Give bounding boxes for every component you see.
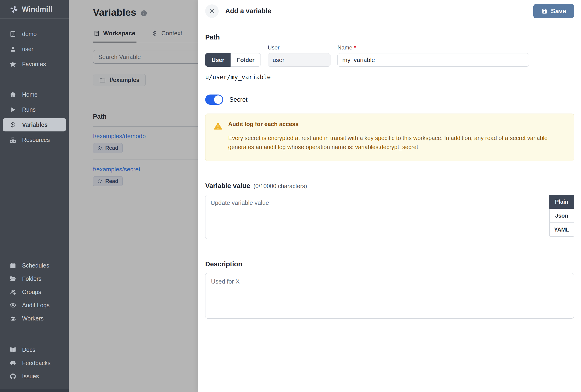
sidebar-item-variables[interactable]: Variables (3, 118, 66, 131)
user-field: User (268, 44, 330, 67)
logo[interactable]: Windmill (0, 0, 69, 18)
sidebar-item-label: Issues (22, 373, 39, 380)
windmill-app: Windmill demo user Favorites (0, 0, 581, 392)
full-path-preview: u/user/my_variable (205, 74, 574, 81)
sidebar-admin-group: Schedules Folders Groups Audit Logs (0, 259, 69, 325)
close-button[interactable]: ✕ (205, 4, 219, 18)
sidebar-item-resources[interactable]: Resources (0, 132, 69, 147)
toggle-knob (214, 95, 222, 104)
eye-icon (9, 302, 16, 309)
person-icon (9, 45, 16, 53)
user-input[interactable] (268, 53, 330, 67)
sidebar-workspace-group: demo user Favorites (0, 26, 69, 72)
windmill-logo-icon (9, 5, 18, 14)
sidebar-item-favorites[interactable]: Favorites (0, 57, 69, 72)
sidebar-nav-group: Home Runs Variables Resources (0, 87, 69, 147)
github-icon (9, 373, 16, 380)
sidebar-item-label: user (22, 46, 34, 52)
sidebar-item-label: Audit Logs (22, 302, 50, 309)
path-fields-row: User Folder User Name * (205, 44, 574, 67)
drawer-backdrop[interactable] (69, 0, 198, 392)
sidebar-item-label: Runs (22, 106, 36, 113)
sidebar-meta-group: Docs Feedbacks Issues (0, 343, 69, 383)
sidebar-item-workers[interactable]: Workers (0, 312, 69, 325)
folder-open-icon (9, 275, 16, 282)
sidebar-item-home[interactable]: Home (0, 87, 69, 102)
sidebar-item-label: Resources (22, 137, 50, 143)
name-label-text: Name (338, 44, 352, 51)
sidebar-item-issues[interactable]: Issues (0, 370, 69, 383)
sidebar-item-label: Groups (22, 289, 41, 295)
add-variable-drawer: ✕ Add a variable Save Path User Folder U… (198, 0, 581, 392)
secret-toggle[interactable] (205, 94, 223, 105)
warning-body: Every secret is encrypted at rest and in… (228, 133, 566, 152)
description-textarea[interactable] (205, 273, 574, 319)
drawer-title: Add a variable (225, 7, 271, 15)
sidebar-item-user[interactable]: user (0, 41, 69, 57)
warning-content: Audit log for each access Every secret i… (228, 121, 566, 152)
calendar-icon (9, 262, 16, 269)
sidebar: Windmill demo user Favorites (0, 0, 69, 392)
save-icon (541, 8, 548, 14)
sidebar-item-audit-logs[interactable]: Audit Logs (0, 299, 69, 312)
sidebar-item-label: Favorites (22, 61, 46, 67)
character-counter: (0/10000 characters) (253, 183, 307, 189)
variable-value-heading: Variable value (205, 182, 250, 190)
sidebar-item-schedules[interactable]: Schedules (0, 259, 69, 272)
dollar-icon (9, 121, 16, 128)
user-field-label: User (268, 44, 330, 51)
sidebar-item-folders[interactable]: Folders (0, 272, 69, 285)
name-field: Name * (338, 44, 529, 67)
owner-type-toggle: User Folder (205, 53, 261, 67)
sidebar-item-demo[interactable]: demo (0, 26, 69, 41)
sidebar-item-feedbacks[interactable]: Feedbacks (0, 357, 69, 370)
owner-user-button[interactable]: User (205, 53, 230, 67)
book-icon (9, 346, 16, 354)
sidebar-item-label: Variables (22, 121, 48, 128)
path-section-heading: Path (205, 33, 574, 41)
building-icon (9, 30, 16, 38)
secret-row: Secret (205, 94, 574, 105)
name-field-label: Name * (338, 44, 529, 51)
play-icon (9, 106, 16, 113)
home-icon (9, 91, 16, 98)
variable-value-textarea[interactable] (205, 195, 550, 239)
groups-icon (9, 288, 16, 296)
save-button[interactable]: Save (533, 4, 574, 18)
sidebar-item-label: Home (22, 91, 38, 98)
name-input[interactable] (338, 53, 529, 67)
sidebar-item-label: Docs (22, 347, 35, 353)
cubes-icon (9, 136, 16, 143)
format-json-button[interactable]: Json (550, 209, 574, 223)
discord-icon (9, 360, 16, 367)
sidebar-item-label: Feedbacks (22, 360, 50, 367)
drawer-header: ✕ Add a variable Save (198, 0, 581, 22)
secret-toggle-label: Secret (230, 96, 248, 103)
format-plain-button[interactable]: Plain (550, 195, 574, 209)
owner-folder-button[interactable]: Folder (230, 53, 261, 67)
save-button-label: Save (551, 7, 566, 15)
sidebar-item-label: Workers (22, 315, 44, 322)
audit-warning-box: Audit log for each access Every secret i… (205, 114, 574, 161)
required-asterisk: * (354, 44, 356, 51)
format-tabs: Plain Json YAML (550, 195, 574, 237)
sidebar-bottom-strip (0, 389, 69, 392)
warning-title: Audit log for each access (228, 121, 566, 127)
robot-icon (9, 315, 16, 322)
variable-value-heading-row: Variable value (0/10000 characters) (205, 182, 574, 190)
star-icon (9, 61, 16, 68)
sidebar-item-label: Folders (22, 275, 41, 282)
close-icon: ✕ (209, 7, 215, 15)
description-heading: Description (205, 260, 574, 268)
warning-icon (213, 121, 223, 130)
sidebar-item-label: demo (22, 31, 37, 37)
drawer-body: Path User Folder User Name * u/user/my_v… (198, 22, 581, 320)
sidebar-item-runs[interactable]: Runs (0, 102, 69, 117)
sidebar-item-groups[interactable]: Groups (0, 285, 69, 299)
sidebar-item-label: Schedules (22, 262, 49, 269)
variable-value-editor: Plain Json YAML (205, 195, 574, 239)
logo-text: Windmill (22, 5, 52, 13)
sidebar-item-docs[interactable]: Docs (0, 343, 69, 357)
format-yaml-button[interactable]: YAML (550, 223, 574, 237)
